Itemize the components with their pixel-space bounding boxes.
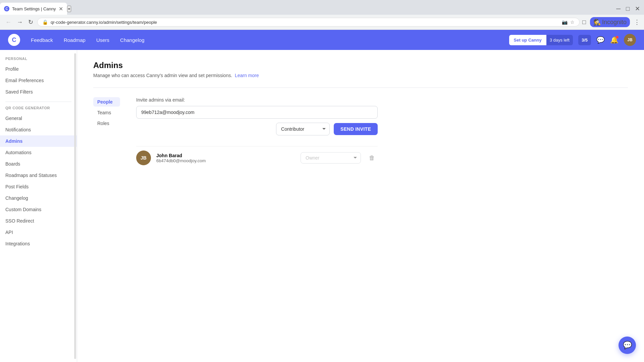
sidebar-item-general[interactable]: General (0, 113, 77, 124)
url-input[interactable] (51, 20, 559, 25)
main-content: Admins Manage who can access Canny's adm… (77, 50, 644, 362)
sidebar-divider (5, 102, 71, 102)
learn-more-link[interactable]: Learn more (235, 73, 259, 78)
page-description-text: Manage who can access Canny's admin view… (93, 73, 232, 78)
address-bar-row: ← → ↻ 🔒 📷 ☆ □ 🕵 Incognito ⋮ (0, 15, 644, 29)
sidebar-item-custom-domains[interactable]: Custom Domains (0, 204, 77, 215)
star-icon[interactable]: ☆ (570, 19, 575, 25)
sidebar-item-profile[interactable]: Profile (0, 63, 77, 75)
sidebar-item-saved-filters[interactable]: Saved Filters (0, 86, 77, 98)
maximize-icon[interactable]: □ (626, 5, 630, 12)
nav-users[interactable]: Users (96, 37, 109, 43)
user-avatar[interactable]: JB (624, 34, 636, 46)
extension-icon[interactable]: □ (582, 19, 586, 26)
main-nav: Feedback Roadmap Users Changelog (31, 37, 145, 43)
incognito-button[interactable]: 🕵 Incognito (590, 17, 630, 27)
chat-widget[interactable]: 💬 (619, 337, 636, 354)
browser-chrome: C Team Settings | Canny ✕ + ─ □ ✕ ← → ↻ … (0, 0, 644, 30)
sidebar-item-boards[interactable]: Boards (0, 158, 77, 170)
sub-nav-teams[interactable]: Teams (93, 108, 120, 117)
admin-info: John Barad 6b474db0@moodjoy.com (156, 153, 295, 163)
admin-email: 6b474db0@moodjoy.com (156, 158, 295, 163)
sidebar-item-admins[interactable]: Admins (0, 135, 77, 147)
active-tab[interactable]: C Team Settings | Canny ✕ (0, 3, 67, 15)
chat-icon: 💬 (596, 36, 605, 44)
admin-role-select[interactable]: Owner (301, 152, 361, 164)
invite-row: Contributor Owner Member SEND INVITE (136, 123, 378, 135)
minimize-icon[interactable]: ─ (616, 5, 621, 12)
role-select[interactable]: Contributor Owner Member (276, 123, 330, 135)
incognito-label: Incognito (602, 19, 627, 26)
nav-changelog[interactable]: Changelog (120, 37, 145, 43)
trash-icon: 🗑 (369, 155, 375, 161)
forward-button[interactable]: → (15, 17, 24, 27)
admin-name: John Barad (156, 153, 295, 158)
sidebar-item-integrations[interactable]: Integrations (0, 238, 77, 249)
app-logo[interactable]: C (8, 34, 20, 46)
sub-nav: People Teams Roles (93, 97, 120, 169)
tab-favicon: C (4, 6, 9, 11)
camera-off-icon: 📷 (562, 19, 568, 25)
section-layout: People Teams Roles Invite admins via ema… (93, 97, 628, 169)
page-title: Admins (93, 61, 628, 70)
sidebar-personal-label: PERSONAL (0, 57, 77, 63)
admin-avatar-initials: JB (141, 155, 147, 161)
sub-nav-roles[interactable]: Roles (93, 119, 120, 128)
delete-admin-button[interactable]: 🗑 (366, 153, 378, 163)
admin-avatar: JB (136, 150, 151, 165)
sidebar-item-roadmaps[interactable]: Roadmaps and Statuses (0, 170, 77, 181)
notifications-button[interactable]: 🔔 (610, 36, 619, 44)
invite-section: Invite admins via email: Contributor Own… (136, 97, 378, 169)
scrollbar[interactable] (74, 53, 76, 359)
content-divider (93, 87, 628, 88)
back-button[interactable]: ← (4, 17, 13, 27)
sidebar: PERSONAL Profile Email Preferences Saved… (0, 50, 77, 362)
send-invite-button[interactable]: SEND INVITE (334, 123, 378, 135)
sidebar-item-post-fields[interactable]: Post Fields (0, 181, 77, 192)
avatar-initials: JB (627, 38, 632, 42)
sidebar-item-notifications[interactable]: Notifications (0, 124, 77, 135)
incognito-icon: 🕵 (593, 18, 601, 26)
sidebar-item-automations[interactable]: Automations (0, 147, 77, 158)
app-header: C Feedback Roadmap Users Changelog Set u… (0, 30, 644, 50)
new-tab-button[interactable]: + (67, 6, 71, 12)
setup-canny-button[interactable]: Set up Canny (509, 35, 546, 45)
sidebar-item-sso-redirect[interactable]: SSO Redirect (0, 215, 77, 227)
sub-nav-people[interactable]: People (93, 97, 120, 107)
chat-icon-button[interactable]: 💬 (596, 36, 605, 44)
more-icon[interactable]: ⋮ (634, 18, 640, 26)
progress-badge: 3/5 (578, 35, 591, 45)
address-bar[interactable]: 🔒 📷 ☆ (37, 18, 580, 26)
tab-controls: ─ □ ✕ (616, 5, 644, 12)
tab-close-button[interactable]: ✕ (59, 6, 63, 12)
sidebar-item-email-preferences[interactable]: Email Preferences (0, 75, 77, 86)
invite-email-input[interactable] (136, 106, 378, 119)
sidebar-item-api[interactable]: API (0, 227, 77, 238)
nav-roadmap[interactable]: Roadmap (64, 37, 86, 43)
tab-title: Team Settings | Canny (12, 6, 56, 11)
days-left-badge: 3 days left (546, 35, 573, 45)
browser-action-icons: □ 🕵 Incognito ⋮ (582, 17, 640, 27)
page-description: Manage who can access Canny's admin view… (93, 73, 628, 78)
sidebar-item-changelog[interactable]: Changelog (0, 192, 77, 204)
setup-canny-widget: Set up Canny 3 days left (509, 35, 573, 45)
nav-feedback[interactable]: Feedback (31, 37, 53, 43)
lock-icon: 🔒 (42, 19, 48, 25)
close-window-icon[interactable]: ✕ (635, 5, 640, 12)
header-right: Set up Canny 3 days left 3/5 💬 🔔 JB (509, 34, 636, 46)
notification-dot (616, 36, 619, 39)
sidebar-company-label: QR CODE GENERATOR (0, 106, 77, 113)
address-bar-icons: 📷 ☆ (562, 19, 575, 25)
admin-item: JB John Barad 6b474db0@moodjoy.com Owner… (136, 146, 378, 169)
invite-label: Invite admins via email: (136, 97, 378, 103)
reload-button[interactable]: ↻ (27, 17, 35, 27)
app-layout: PERSONAL Profile Email Preferences Saved… (0, 50, 644, 362)
tab-bar: C Team Settings | Canny ✕ + ─ □ ✕ (0, 0, 644, 15)
chat-widget-icon: 💬 (623, 341, 632, 350)
